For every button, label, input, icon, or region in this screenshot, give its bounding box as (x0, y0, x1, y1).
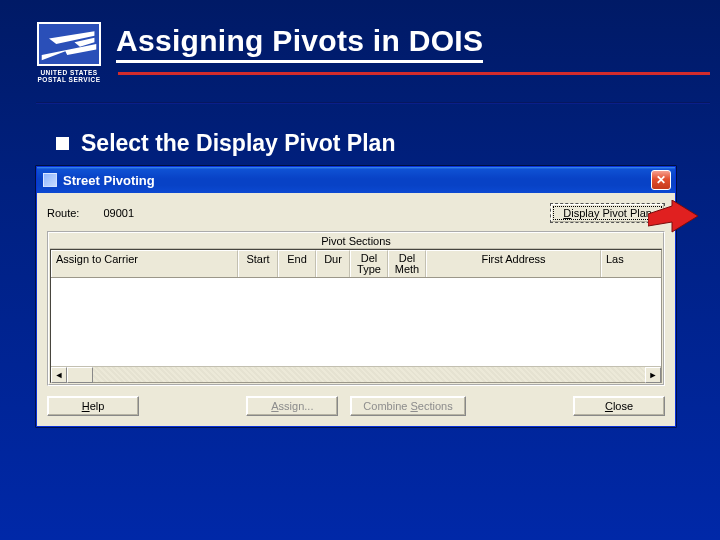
horizontal-scrollbar[interactable]: ◄ ► (51, 366, 661, 382)
col-end[interactable]: End (278, 250, 316, 277)
bullet-square-icon (56, 137, 69, 150)
route-label: Route: (47, 207, 79, 219)
grid-body-empty (51, 278, 661, 366)
bullet-text: Select the Display Pivot Plan (81, 130, 395, 157)
street-pivoting-window: Street Pivoting ✕ Route: 09001 Display P… (36, 166, 676, 427)
scroll-right-button[interactable]: ► (645, 367, 661, 383)
col-del-type[interactable]: DelType (350, 250, 388, 277)
red-divider (118, 72, 710, 75)
window-close-button[interactable]: ✕ (651, 170, 671, 190)
blue-divider (36, 102, 710, 104)
titlebar[interactable]: Street Pivoting ✕ (37, 167, 675, 193)
chevron-left-icon: ◄ (55, 370, 64, 380)
assign-button: Assign... (246, 396, 338, 416)
usps-logo: UNITED STATESPOSTAL SERVICE (36, 22, 102, 92)
col-first-address[interactable]: First Address (426, 250, 601, 277)
col-start[interactable]: Start (238, 250, 278, 277)
pivot-grid: Assign to Carrier Start End Dur DelType … (50, 249, 662, 383)
close-icon: ✕ (656, 174, 666, 186)
app-icon (43, 173, 57, 187)
scroll-track[interactable] (93, 367, 645, 382)
scroll-thumb[interactable] (67, 367, 93, 383)
col-assign[interactable]: Assign to Carrier (51, 250, 238, 277)
eagle-icon (37, 22, 101, 66)
help-button[interactable]: Help (47, 396, 139, 416)
col-last[interactable]: Las (601, 250, 661, 277)
window-title: Street Pivoting (63, 173, 155, 188)
bullet-item: Select the Display Pivot Plan (56, 130, 395, 157)
scroll-left-button[interactable]: ◄ (51, 367, 67, 383)
display-pivot-plan-button[interactable]: Display Pivot Plan (550, 203, 665, 223)
close-button[interactable]: Close (573, 396, 665, 416)
pivot-sections-frame: Pivot Sections Assign to Carrier Start E… (47, 231, 665, 386)
col-del-meth[interactable]: DelMeth (388, 250, 426, 277)
slide-title: Assigning Pivots in DOIS (116, 24, 483, 63)
col-dur[interactable]: Dur (316, 250, 350, 277)
grid-header: Assign to Carrier Start End Dur DelType … (51, 250, 661, 278)
route-value: 09001 (103, 207, 134, 219)
svg-rect-0 (40, 24, 98, 64)
combine-sections-button: Combine Sections (350, 396, 465, 416)
logo-text: UNITED STATESPOSTAL SERVICE (38, 69, 101, 83)
chevron-right-icon: ► (649, 370, 658, 380)
section-title: Pivot Sections (50, 234, 662, 249)
